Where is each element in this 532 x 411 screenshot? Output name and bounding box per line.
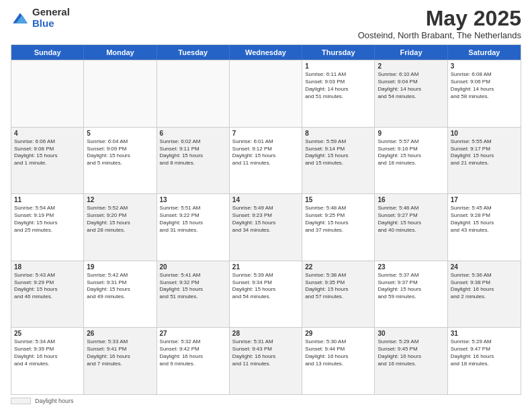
day-number: 23 xyxy=(378,263,444,271)
day-number: 9 xyxy=(378,130,444,137)
day-info: Sunrise: 5:39 AM Sunset: 9:34 PM Dayligh… xyxy=(232,272,299,301)
day-info: Sunrise: 5:54 AM Sunset: 9:19 PM Dayligh… xyxy=(14,205,81,234)
day-info: Sunrise: 5:32 AM Sunset: 9:42 PM Dayligh… xyxy=(160,338,226,367)
day-number: 16 xyxy=(378,196,444,203)
empty-cell xyxy=(84,60,157,127)
footer-label: Daylight hours xyxy=(35,398,74,404)
day-info: Sunrise: 5:31 AM Sunset: 9:43 PM Dayligh… xyxy=(232,338,299,367)
day-number: 21 xyxy=(232,263,299,271)
header-day-monday: Monday xyxy=(84,45,157,60)
header-day-tuesday: Tuesday xyxy=(157,45,230,60)
logo-blue-text: Blue xyxy=(32,18,70,30)
day-number: 6 xyxy=(160,130,226,137)
day-cell-7: 7Sunrise: 6:01 AM Sunset: 9:12 PM Daylig… xyxy=(230,128,302,194)
day-number: 1 xyxy=(305,62,371,70)
day-info: Sunrise: 6:04 AM Sunset: 9:09 PM Dayligh… xyxy=(87,138,153,167)
day-number: 11 xyxy=(14,196,81,203)
day-cell-14: 14Sunrise: 5:49 AM Sunset: 9:23 PM Dayli… xyxy=(230,194,302,261)
calendar-week-4: 18Sunrise: 5:43 AM Sunset: 9:29 PM Dayli… xyxy=(11,261,521,328)
day-cell-31: 31Sunrise: 5:29 AM Sunset: 9:47 PM Dayli… xyxy=(448,328,521,394)
footer-swatch xyxy=(11,398,31,404)
title-block: May 2025 Oosteind, North Brabant, The Ne… xyxy=(358,7,521,40)
day-info: Sunrise: 5:36 AM Sunset: 9:38 PM Dayligh… xyxy=(451,272,518,301)
day-info: Sunrise: 6:06 AM Sunset: 9:08 PM Dayligh… xyxy=(14,138,81,167)
day-number: 30 xyxy=(378,330,444,337)
day-number: 4 xyxy=(14,130,81,137)
calendar-week-5: 25Sunrise: 5:34 AM Sunset: 9:39 PM Dayli… xyxy=(11,327,521,394)
day-cell-4: 4Sunrise: 6:06 AM Sunset: 9:08 PM Daylig… xyxy=(11,128,84,194)
header-day-wednesday: Wednesday xyxy=(230,45,302,60)
day-info: Sunrise: 5:33 AM Sunset: 9:41 PM Dayligh… xyxy=(87,338,153,367)
header-day-saturday: Saturday xyxy=(448,45,521,60)
day-number: 19 xyxy=(87,263,153,271)
day-cell-25: 25Sunrise: 5:34 AM Sunset: 9:39 PM Dayli… xyxy=(11,328,84,394)
day-info: Sunrise: 5:42 AM Sunset: 9:31 PM Dayligh… xyxy=(87,272,153,301)
day-cell-3: 3Sunrise: 6:08 AM Sunset: 9:06 PM Daylig… xyxy=(448,60,521,127)
day-info: Sunrise: 5:59 AM Sunset: 9:14 PM Dayligh… xyxy=(305,138,371,167)
day-cell-23: 23Sunrise: 5:37 AM Sunset: 9:37 PM Dayli… xyxy=(375,261,447,328)
day-number: 22 xyxy=(305,263,371,271)
day-info: Sunrise: 5:57 AM Sunset: 9:16 PM Dayligh… xyxy=(378,138,444,167)
day-cell-15: 15Sunrise: 5:48 AM Sunset: 9:25 PM Dayli… xyxy=(302,194,375,261)
day-info: Sunrise: 5:55 AM Sunset: 9:17 PM Dayligh… xyxy=(451,138,518,167)
day-number: 7 xyxy=(232,130,299,137)
logo-text: General Blue xyxy=(32,7,70,29)
day-info: Sunrise: 6:11 AM Sunset: 9:03 PM Dayligh… xyxy=(305,71,371,100)
day-number: 31 xyxy=(451,330,518,337)
day-info: Sunrise: 5:45 AM Sunset: 9:28 PM Dayligh… xyxy=(451,205,518,234)
day-cell-21: 21Sunrise: 5:39 AM Sunset: 9:34 PM Dayli… xyxy=(230,261,302,328)
day-info: Sunrise: 6:01 AM Sunset: 9:12 PM Dayligh… xyxy=(232,138,299,167)
day-info: Sunrise: 5:48 AM Sunset: 9:25 PM Dayligh… xyxy=(305,205,371,234)
location-subtitle: Oosteind, North Brabant, The Netherlands xyxy=(358,30,521,40)
day-number: 5 xyxy=(87,130,153,137)
day-info: Sunrise: 5:29 AM Sunset: 9:45 PM Dayligh… xyxy=(378,338,444,367)
logo: General Blue xyxy=(11,7,70,29)
calendar-week-1: 1Sunrise: 6:11 AM Sunset: 9:03 PM Daylig… xyxy=(11,60,521,127)
header-day-thursday: Thursday xyxy=(302,45,375,60)
day-info: Sunrise: 5:52 AM Sunset: 9:20 PM Dayligh… xyxy=(87,205,153,234)
day-cell-8: 8Sunrise: 5:59 AM Sunset: 9:14 PM Daylig… xyxy=(302,128,375,194)
day-cell-26: 26Sunrise: 5:33 AM Sunset: 9:41 PM Dayli… xyxy=(84,328,157,394)
header-day-sunday: Sunday xyxy=(11,45,84,60)
day-info: Sunrise: 5:41 AM Sunset: 9:32 PM Dayligh… xyxy=(160,272,226,301)
day-cell-27: 27Sunrise: 5:32 AM Sunset: 9:42 PM Dayli… xyxy=(157,328,230,394)
day-cell-10: 10Sunrise: 5:55 AM Sunset: 9:17 PM Dayli… xyxy=(448,128,521,194)
day-number: 24 xyxy=(451,263,518,271)
day-number: 25 xyxy=(14,330,81,337)
day-info: Sunrise: 6:08 AM Sunset: 9:06 PM Dayligh… xyxy=(451,71,518,100)
day-cell-22: 22Sunrise: 5:38 AM Sunset: 9:35 PM Dayli… xyxy=(302,261,375,328)
page: General Blue May 2025 Oosteind, North Br… xyxy=(0,0,532,411)
day-number: 18 xyxy=(14,263,81,271)
day-number: 29 xyxy=(305,330,371,337)
day-number: 12 xyxy=(87,196,153,203)
day-cell-2: 2Sunrise: 6:10 AM Sunset: 9:04 PM Daylig… xyxy=(375,60,447,127)
day-number: 15 xyxy=(305,196,371,203)
day-info: Sunrise: 5:30 AM Sunset: 9:44 PM Dayligh… xyxy=(305,338,371,367)
footer: Daylight hours xyxy=(11,398,521,404)
day-cell-5: 5Sunrise: 6:04 AM Sunset: 9:09 PM Daylig… xyxy=(84,128,157,194)
day-number: 13 xyxy=(160,196,226,203)
day-cell-13: 13Sunrise: 5:51 AM Sunset: 9:22 PM Dayli… xyxy=(157,194,230,261)
day-number: 28 xyxy=(232,330,299,337)
day-info: Sunrise: 6:02 AM Sunset: 9:11 PM Dayligh… xyxy=(160,138,226,167)
day-cell-28: 28Sunrise: 5:31 AM Sunset: 9:43 PM Dayli… xyxy=(230,328,302,394)
month-title: May 2025 xyxy=(358,7,521,30)
day-cell-18: 18Sunrise: 5:43 AM Sunset: 9:29 PM Dayli… xyxy=(11,261,84,328)
day-info: Sunrise: 6:10 AM Sunset: 9:04 PM Dayligh… xyxy=(378,71,444,100)
logo-general-text: General xyxy=(32,7,70,18)
day-number: 3 xyxy=(451,62,518,70)
day-cell-30: 30Sunrise: 5:29 AM Sunset: 9:45 PM Dayli… xyxy=(375,328,447,394)
day-number: 8 xyxy=(305,130,371,137)
day-cell-24: 24Sunrise: 5:36 AM Sunset: 9:38 PM Dayli… xyxy=(448,261,521,328)
day-cell-17: 17Sunrise: 5:45 AM Sunset: 9:28 PM Dayli… xyxy=(448,194,521,261)
empty-cell xyxy=(11,60,84,127)
day-cell-11: 11Sunrise: 5:54 AM Sunset: 9:19 PM Dayli… xyxy=(11,194,84,261)
day-number: 17 xyxy=(451,196,518,203)
calendar-week-3: 11Sunrise: 5:54 AM Sunset: 9:19 PM Dayli… xyxy=(11,193,521,261)
day-cell-29: 29Sunrise: 5:30 AM Sunset: 9:44 PM Dayli… xyxy=(302,328,375,394)
logo-icon xyxy=(11,9,30,28)
day-cell-9: 9Sunrise: 5:57 AM Sunset: 9:16 PM Daylig… xyxy=(375,128,447,194)
day-cell-19: 19Sunrise: 5:42 AM Sunset: 9:31 PM Dayli… xyxy=(84,261,157,328)
day-info: Sunrise: 5:34 AM Sunset: 9:39 PM Dayligh… xyxy=(14,338,81,367)
day-number: 14 xyxy=(232,196,299,203)
